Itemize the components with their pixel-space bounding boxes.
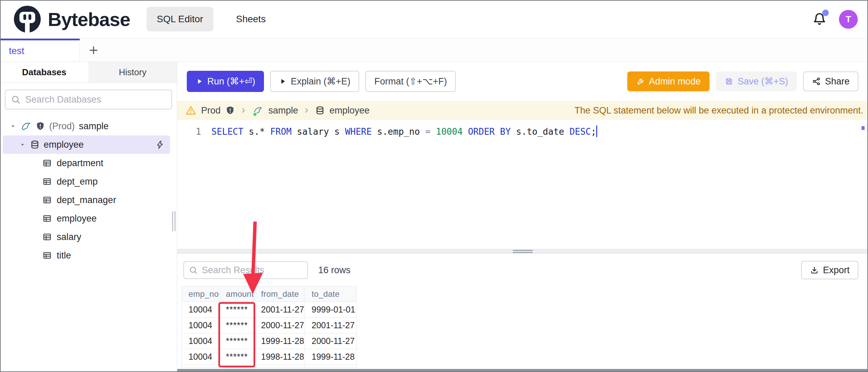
- database-name: employee: [44, 140, 84, 150]
- breadcrumb-instance[interactable]: sample: [268, 105, 298, 116]
- run-button[interactable]: Run (⌘+⏎): [187, 71, 264, 92]
- instance-environment: (Prod): [49, 121, 75, 132]
- database-icon: [30, 140, 40, 149]
- notification-badge: [822, 10, 829, 16]
- breadcrumb-database[interactable]: employee: [330, 105, 369, 116]
- tree-table-row[interactable]: department: [0, 154, 177, 172]
- tree-instance-row[interactable]: (Prod) sample: [0, 117, 177, 135]
- export-button[interactable]: Export: [801, 261, 858, 279]
- app-header: Bytebase SQL Editor Sheets T: [0, 0, 868, 39]
- chevron-right-icon: [240, 107, 247, 114]
- table-name: employee: [57, 213, 97, 224]
- save-button[interactable]: Save (⌘+S): [716, 71, 797, 91]
- tree-table-list: departmentdept_empdept_manageremployeesa…: [0, 154, 177, 265]
- code-line: 1 SELECT s.* FROM salary s WHERE s.emp_n…: [187, 125, 868, 138]
- column-header-from_date[interactable]: from_date: [254, 287, 305, 302]
- mysql-dolphin-icon: [20, 121, 31, 132]
- avatar[interactable]: T: [839, 10, 858, 29]
- play-icon: [196, 78, 203, 85]
- column-header-to_date[interactable]: to_date: [305, 287, 356, 302]
- table-icon: [42, 177, 52, 186]
- save-floppy-icon: [725, 77, 733, 86]
- play-icon: [279, 78, 286, 85]
- notifications-button[interactable]: [813, 12, 827, 26]
- result-row[interactable]: 10004******1998-11-281999-11-28: [182, 349, 357, 365]
- table-icon: [42, 195, 52, 205]
- result-row[interactable]: 10004******2001-11-279999-01-01: [182, 302, 357, 318]
- editor-panel: Run (⌘+⏎) Explain (⌘+E) Format (⇧+⌥+F) A…: [177, 62, 868, 372]
- results-table: emp_noamountfrom_dateto_date 10004******…: [181, 286, 357, 368]
- cell: 2001-11-27: [305, 318, 356, 333]
- cell: 1998-11-28: [254, 349, 305, 365]
- table-name: dept_emp: [57, 176, 98, 187]
- result-row-clipped: [182, 365, 357, 368]
- instance-name: sample: [79, 121, 109, 132]
- cell: 10004: [182, 349, 219, 365]
- table-name: dept_manager: [57, 195, 116, 205]
- explain-button[interactable]: Explain (⌘+E): [270, 71, 359, 92]
- result-row[interactable]: 10004******2000-11-272001-11-27: [182, 318, 357, 333]
- share-icon: [812, 77, 821, 86]
- table-name: salary: [57, 232, 81, 242]
- panel-splitter[interactable]: [177, 249, 868, 254]
- protected-environment-notice: The SQL statement below will be executed…: [575, 105, 863, 116]
- result-row[interactable]: 10004******1999-11-282000-11-27: [182, 333, 357, 349]
- chevron-down-icon: [10, 123, 16, 130]
- sidebar-tab-databases[interactable]: Databases: [0, 62, 88, 82]
- search-results-input[interactable]: [202, 265, 303, 276]
- admin-mode-button[interactable]: Admin mode: [627, 71, 710, 91]
- warning-triangle-icon: [185, 105, 196, 116]
- tree-table-row[interactable]: title: [0, 246, 177, 265]
- column-header-emp_no[interactable]: emp_no: [182, 287, 219, 302]
- masked-cell: ******: [219, 349, 254, 365]
- chevron-down-icon: [19, 141, 26, 148]
- plus-icon: [88, 45, 99, 56]
- chevron-right-icon: [303, 107, 310, 114]
- results-panel: 16 rows Export emp_noamountfrom_dateto_d…: [177, 254, 868, 372]
- breadcrumb-environment[interactable]: Prod: [201, 105, 221, 116]
- editor-toolbar: Run (⌘+⏎) Explain (⌘+E) Format (⇧+⌥+F) A…: [177, 62, 868, 101]
- connection-context-bar: Prod sample employee The SQL statement b…: [177, 101, 868, 120]
- cell: 10004: [182, 333, 219, 349]
- sidebar-resize-handle[interactable]: [172, 211, 176, 231]
- cell: 10004: [182, 302, 219, 318]
- add-worksheet-button[interactable]: [80, 39, 107, 62]
- search-icon: [189, 266, 198, 275]
- editor-caret: [596, 125, 597, 137]
- brand-wordmark: Bytebase: [48, 8, 130, 30]
- tree-database-row-selected[interactable]: employee: [3, 135, 170, 154]
- sidebar-tabs: Databases History: [0, 62, 177, 83]
- sidebar-tab-history[interactable]: History: [88, 62, 177, 82]
- results-table-wrap: emp_noamountfrom_dateto_date 10004******…: [181, 286, 357, 368]
- sql-code-editor[interactable]: 1 SELECT s.* FROM salary s WHERE s.emp_n…: [177, 120, 868, 249]
- database-icon: [315, 106, 325, 115]
- cell: 1999-11-28: [305, 349, 356, 365]
- tree-table-row[interactable]: dept_emp: [0, 172, 177, 191]
- horizontal-scrollbar[interactable]: [177, 369, 868, 372]
- format-button[interactable]: Format (⇧+⌥+F): [365, 71, 456, 92]
- column-header-amount[interactable]: amount: [219, 287, 254, 302]
- quick-action-bolt-icon[interactable]: [155, 140, 165, 149]
- tree-table-row[interactable]: dept_manager: [0, 191, 177, 209]
- nav-sql-editor[interactable]: SQL Editor: [146, 7, 213, 31]
- wrench-icon: [636, 77, 645, 86]
- sql-statement: SELECT s.* FROM salary s WHERE s.emp_no …: [209, 125, 597, 138]
- cell: 2000-11-27: [305, 333, 356, 349]
- splitter-grip-icon: [513, 250, 533, 253]
- header-actions: T: [813, 10, 858, 29]
- search-databases-input[interactable]: [25, 94, 166, 105]
- connection-status-dot: [253, 112, 257, 117]
- worksheet-tab-test[interactable]: test: [0, 39, 80, 62]
- share-button[interactable]: Share: [803, 71, 858, 91]
- masked-cell: ******: [219, 333, 254, 349]
- cell: 1999-11-28: [254, 333, 305, 349]
- download-icon: [810, 266, 819, 275]
- tree-table-row[interactable]: salary: [0, 228, 177, 246]
- masked-cell: ******: [219, 318, 254, 333]
- nav-sheets[interactable]: Sheets: [226, 7, 276, 31]
- cell: 2000-11-27: [254, 318, 305, 333]
- cell: 10004: [182, 318, 219, 333]
- table-name: title: [57, 250, 71, 261]
- tree-table-row[interactable]: employee: [0, 209, 177, 228]
- bytebase-logo-icon: [13, 5, 42, 34]
